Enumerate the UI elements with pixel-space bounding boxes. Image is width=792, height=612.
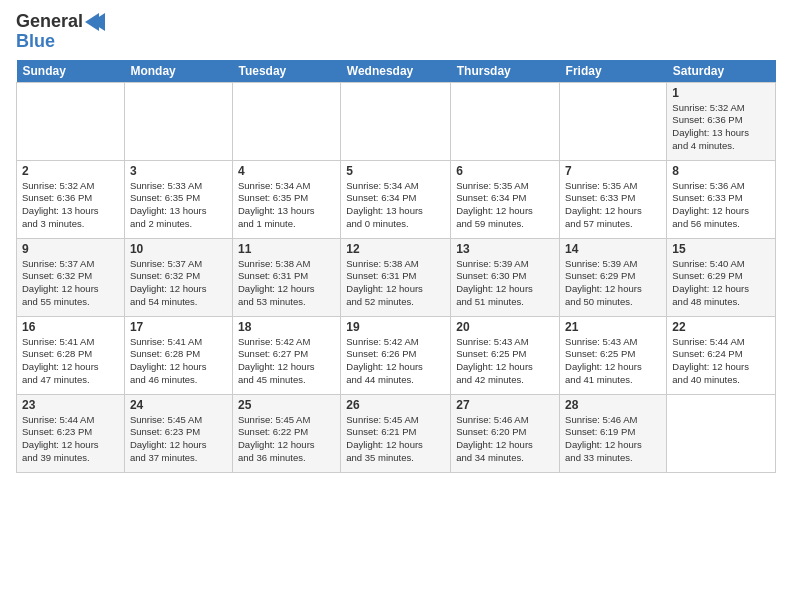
day-number: 28: [565, 398, 661, 412]
calendar-cell: 8Sunrise: 5:36 AM Sunset: 6:33 PM Daylig…: [667, 160, 776, 238]
day-number: 8: [672, 164, 770, 178]
calendar-cell: [341, 82, 451, 160]
logo-arrow-icon: [85, 13, 105, 31]
weekday-header-wednesday: Wednesday: [341, 60, 451, 83]
day-info: Sunrise: 5:40 AM Sunset: 6:29 PM Dayligh…: [672, 258, 770, 309]
day-number: 14: [565, 242, 661, 256]
calendar-week-3: 9Sunrise: 5:37 AM Sunset: 6:32 PM Daylig…: [17, 238, 776, 316]
calendar-cell: 18Sunrise: 5:42 AM Sunset: 6:27 PM Dayli…: [232, 316, 340, 394]
day-info: Sunrise: 5:32 AM Sunset: 6:36 PM Dayligh…: [672, 102, 770, 153]
calendar-cell: [667, 394, 776, 472]
calendar-cell: 1Sunrise: 5:32 AM Sunset: 6:36 PM Daylig…: [667, 82, 776, 160]
calendar-cell: 15Sunrise: 5:40 AM Sunset: 6:29 PM Dayli…: [667, 238, 776, 316]
day-info: Sunrise: 5:42 AM Sunset: 6:27 PM Dayligh…: [238, 336, 335, 387]
day-number: 27: [456, 398, 554, 412]
page: General Blue SundayMondayTuesdayWednesda…: [0, 0, 792, 481]
calendar-cell: 5Sunrise: 5:34 AM Sunset: 6:34 PM Daylig…: [341, 160, 451, 238]
day-number: 24: [130, 398, 227, 412]
day-number: 19: [346, 320, 445, 334]
day-info: Sunrise: 5:38 AM Sunset: 6:31 PM Dayligh…: [238, 258, 335, 309]
day-info: Sunrise: 5:38 AM Sunset: 6:31 PM Dayligh…: [346, 258, 445, 309]
day-number: 1: [672, 86, 770, 100]
calendar-cell: 22Sunrise: 5:44 AM Sunset: 6:24 PM Dayli…: [667, 316, 776, 394]
calendar-cell: 14Sunrise: 5:39 AM Sunset: 6:29 PM Dayli…: [560, 238, 667, 316]
logo-blue: Blue: [16, 32, 55, 52]
day-info: Sunrise: 5:35 AM Sunset: 6:33 PM Dayligh…: [565, 180, 661, 231]
day-info: Sunrise: 5:46 AM Sunset: 6:19 PM Dayligh…: [565, 414, 661, 465]
weekday-header-monday: Monday: [124, 60, 232, 83]
weekday-header-thursday: Thursday: [451, 60, 560, 83]
calendar-cell: 17Sunrise: 5:41 AM Sunset: 6:28 PM Dayli…: [124, 316, 232, 394]
day-info: Sunrise: 5:41 AM Sunset: 6:28 PM Dayligh…: [130, 336, 227, 387]
day-number: 18: [238, 320, 335, 334]
day-info: Sunrise: 5:41 AM Sunset: 6:28 PM Dayligh…: [22, 336, 119, 387]
calendar-cell: 11Sunrise: 5:38 AM Sunset: 6:31 PM Dayli…: [232, 238, 340, 316]
calendar-header: SundayMondayTuesdayWednesdayThursdayFrid…: [17, 60, 776, 83]
calendar-cell: 20Sunrise: 5:43 AM Sunset: 6:25 PM Dayli…: [451, 316, 560, 394]
day-number: 17: [130, 320, 227, 334]
calendar-cell: [124, 82, 232, 160]
day-number: 10: [130, 242, 227, 256]
day-number: 6: [456, 164, 554, 178]
day-info: Sunrise: 5:36 AM Sunset: 6:33 PM Dayligh…: [672, 180, 770, 231]
calendar-cell: 9Sunrise: 5:37 AM Sunset: 6:32 PM Daylig…: [17, 238, 125, 316]
day-info: Sunrise: 5:34 AM Sunset: 6:34 PM Dayligh…: [346, 180, 445, 231]
day-number: 15: [672, 242, 770, 256]
day-info: Sunrise: 5:32 AM Sunset: 6:36 PM Dayligh…: [22, 180, 119, 231]
weekday-header-saturday: Saturday: [667, 60, 776, 83]
calendar-week-2: 2Sunrise: 5:32 AM Sunset: 6:36 PM Daylig…: [17, 160, 776, 238]
calendar-week-4: 16Sunrise: 5:41 AM Sunset: 6:28 PM Dayli…: [17, 316, 776, 394]
day-number: 9: [22, 242, 119, 256]
calendar-cell: 25Sunrise: 5:45 AM Sunset: 6:22 PM Dayli…: [232, 394, 340, 472]
day-info: Sunrise: 5:43 AM Sunset: 6:25 PM Dayligh…: [456, 336, 554, 387]
calendar-table: SundayMondayTuesdayWednesdayThursdayFrid…: [16, 60, 776, 473]
calendar-body: 1Sunrise: 5:32 AM Sunset: 6:36 PM Daylig…: [17, 82, 776, 472]
calendar-cell: 23Sunrise: 5:44 AM Sunset: 6:23 PM Dayli…: [17, 394, 125, 472]
calendar-cell: 13Sunrise: 5:39 AM Sunset: 6:30 PM Dayli…: [451, 238, 560, 316]
day-number: 13: [456, 242, 554, 256]
day-info: Sunrise: 5:46 AM Sunset: 6:20 PM Dayligh…: [456, 414, 554, 465]
day-number: 7: [565, 164, 661, 178]
calendar-cell: 2Sunrise: 5:32 AM Sunset: 6:36 PM Daylig…: [17, 160, 125, 238]
calendar-cell: 4Sunrise: 5:34 AM Sunset: 6:35 PM Daylig…: [232, 160, 340, 238]
day-info: Sunrise: 5:42 AM Sunset: 6:26 PM Dayligh…: [346, 336, 445, 387]
header: General Blue: [16, 12, 776, 52]
calendar-cell: 6Sunrise: 5:35 AM Sunset: 6:34 PM Daylig…: [451, 160, 560, 238]
day-info: Sunrise: 5:33 AM Sunset: 6:35 PM Dayligh…: [130, 180, 227, 231]
day-number: 11: [238, 242, 335, 256]
day-number: 3: [130, 164, 227, 178]
calendar-cell: 21Sunrise: 5:43 AM Sunset: 6:25 PM Dayli…: [560, 316, 667, 394]
day-info: Sunrise: 5:43 AM Sunset: 6:25 PM Dayligh…: [565, 336, 661, 387]
day-info: Sunrise: 5:44 AM Sunset: 6:23 PM Dayligh…: [22, 414, 119, 465]
calendar-week-1: 1Sunrise: 5:32 AM Sunset: 6:36 PM Daylig…: [17, 82, 776, 160]
day-number: 12: [346, 242, 445, 256]
calendar-cell: 24Sunrise: 5:45 AM Sunset: 6:23 PM Dayli…: [124, 394, 232, 472]
day-info: Sunrise: 5:35 AM Sunset: 6:34 PM Dayligh…: [456, 180, 554, 231]
calendar-cell: 12Sunrise: 5:38 AM Sunset: 6:31 PM Dayli…: [341, 238, 451, 316]
calendar-cell: [560, 82, 667, 160]
day-number: 20: [456, 320, 554, 334]
weekday-header-sunday: Sunday: [17, 60, 125, 83]
logo-general: General: [16, 12, 83, 32]
day-info: Sunrise: 5:44 AM Sunset: 6:24 PM Dayligh…: [672, 336, 770, 387]
calendar-cell: [232, 82, 340, 160]
day-number: 2: [22, 164, 119, 178]
logo: General Blue: [16, 12, 105, 52]
logo-text: General Blue: [16, 12, 105, 52]
calendar-cell: 19Sunrise: 5:42 AM Sunset: 6:26 PM Dayli…: [341, 316, 451, 394]
calendar-cell: 26Sunrise: 5:45 AM Sunset: 6:21 PM Dayli…: [341, 394, 451, 472]
day-number: 23: [22, 398, 119, 412]
weekday-header-friday: Friday: [560, 60, 667, 83]
calendar-cell: [17, 82, 125, 160]
calendar-cell: 27Sunrise: 5:46 AM Sunset: 6:20 PM Dayli…: [451, 394, 560, 472]
day-info: Sunrise: 5:39 AM Sunset: 6:29 PM Dayligh…: [565, 258, 661, 309]
calendar-cell: 7Sunrise: 5:35 AM Sunset: 6:33 PM Daylig…: [560, 160, 667, 238]
calendar-cell: 3Sunrise: 5:33 AM Sunset: 6:35 PM Daylig…: [124, 160, 232, 238]
day-number: 22: [672, 320, 770, 334]
day-info: Sunrise: 5:37 AM Sunset: 6:32 PM Dayligh…: [22, 258, 119, 309]
calendar-cell: [451, 82, 560, 160]
day-info: Sunrise: 5:37 AM Sunset: 6:32 PM Dayligh…: [130, 258, 227, 309]
day-number: 5: [346, 164, 445, 178]
day-number: 25: [238, 398, 335, 412]
weekday-header-tuesday: Tuesday: [232, 60, 340, 83]
